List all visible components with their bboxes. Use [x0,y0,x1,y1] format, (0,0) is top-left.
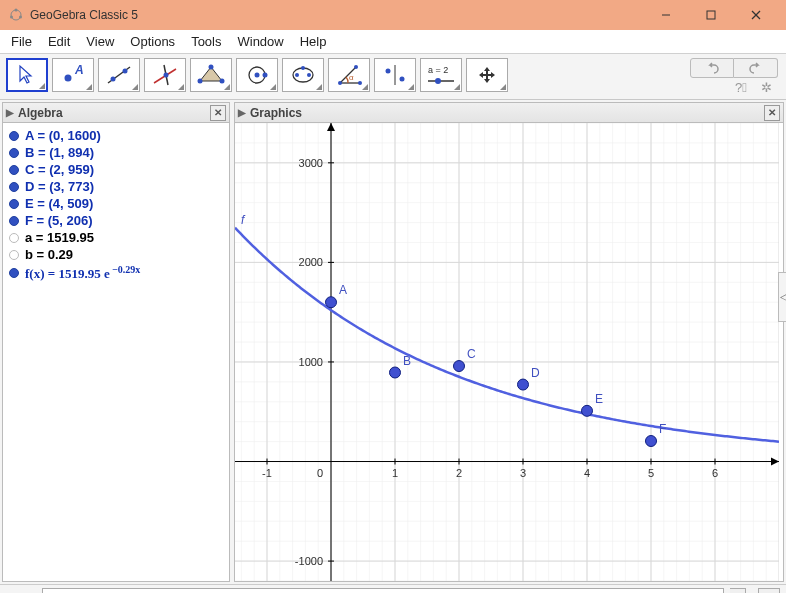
input-help-icon[interactable]: ? [758,588,780,594]
algebra-item-B[interactable]: B = (1, 894) [9,144,223,161]
function-bullet-icon [9,268,19,278]
svg-text:6: 6 [712,467,718,479]
svg-text:1000: 1000 [299,356,323,368]
chart-canvas[interactable]: -1123456-10001000200030000fABCDEF [235,123,779,581]
redo-button[interactable] [734,58,778,78]
menu-tools[interactable]: Tools [184,31,228,52]
svg-text:2000: 2000 [299,256,323,268]
point-bullet-icon [9,165,19,175]
menu-view[interactable]: View [79,31,121,52]
undo-button[interactable] [690,58,734,78]
perpendicular-tool[interactable] [144,58,186,92]
graphics-view[interactable]: -1123456-10001000200030000fABCDEF [235,123,783,581]
chevron-right-icon: ▶ [6,107,14,118]
svg-point-25 [307,73,311,77]
point-bullet-icon [9,216,19,226]
algebra-item-E[interactable]: E = (4, 509) [9,195,223,212]
toolbar: A α a = 2 ?⃝ [0,54,786,100]
algebra-item-F[interactable]: F = (5, 206) [9,212,223,229]
menu-help[interactable]: Help [293,31,334,52]
slider-tool[interactable]: a = 2 [420,58,462,92]
svg-text:C: C [467,347,476,361]
svg-text:α: α [349,73,354,82]
menu-edit[interactable]: Edit [41,31,77,52]
svg-point-34 [386,69,391,74]
svg-point-38 [435,78,441,84]
svg-point-21 [255,73,260,78]
input-bar: Input: ▾ ? [0,584,786,593]
close-button[interactable] [733,0,778,30]
graphics-panel-header[interactable]: ▶ Graphics ✕ [235,103,783,123]
svg-point-35 [400,77,405,82]
line-tool[interactable] [98,58,140,92]
svg-point-15 [164,73,169,78]
svg-text:a = 2: a = 2 [428,65,448,75]
algebra-item-C[interactable]: C = (2, 959) [9,161,223,178]
point-bullet-icon [9,131,19,141]
svg-text:f: f [241,213,246,227]
svg-text:5: 5 [648,467,654,479]
graphics-panel-title: Graphics [250,106,302,120]
svg-text:D: D [531,366,540,380]
svg-point-18 [220,79,225,84]
svg-marker-121 [771,458,779,466]
algebra-close-icon[interactable]: ✕ [210,105,226,121]
side-tab[interactable]: ◁ [778,272,786,322]
svg-point-147 [326,297,337,308]
algebra-item-b[interactable]: b = 0.29 [9,246,223,263]
svg-point-30 [338,81,342,85]
menu-options[interactable]: Options [123,31,182,52]
svg-point-153 [518,379,529,390]
svg-point-12 [123,69,128,74]
algebra-panel-title: Algebra [18,106,63,120]
svg-text:A: A [339,283,347,297]
circle-tool[interactable] [236,58,278,92]
svg-text:B: B [403,354,411,368]
svg-point-157 [646,436,657,447]
algebra-item-D[interactable]: D = (3, 773) [9,178,223,195]
point-tool[interactable]: A [52,58,94,92]
algebra-item-A[interactable]: A = (0, 1600) [9,127,223,144]
graphics-close-icon[interactable]: ✕ [764,105,780,121]
input-dropdown[interactable]: ▾ [730,588,746,594]
title-bar: GeoGebra Classic 5 [0,0,786,30]
svg-point-24 [295,73,299,77]
svg-text:-1000: -1000 [295,555,323,567]
svg-marker-122 [327,123,335,131]
settings-icon[interactable]: ✲ [761,80,772,95]
svg-text:1: 1 [392,467,398,479]
menu-window[interactable]: Window [230,31,290,52]
svg-text:-1: -1 [262,467,272,479]
reflect-tool[interactable] [374,58,416,92]
help-icon[interactable]: ?⃝ [735,80,747,95]
svg-text:0: 0 [317,467,323,479]
move-tool[interactable] [6,58,48,92]
input-field[interactable] [42,588,724,594]
svg-text:A: A [74,63,84,77]
svg-text:3000: 3000 [299,157,323,169]
algebra-item-a[interactable]: a = 1519.95 [9,229,223,246]
graphics-panel: ▶ Graphics ✕ -1123456-10001000200030000f… [234,102,784,582]
svg-point-149 [390,367,401,378]
svg-point-22 [263,73,268,78]
svg-point-151 [454,361,465,372]
minimize-button[interactable] [643,0,688,30]
value-bullet-icon [9,233,19,243]
svg-text:4: 4 [584,467,590,479]
angle-tool[interactable]: α [328,58,370,92]
svg-point-31 [354,65,358,69]
svg-point-8 [65,75,72,82]
svg-text:F: F [659,422,666,436]
algebra-panel-header[interactable]: ▶ Algebra ✕ [3,103,229,123]
svg-point-3 [19,16,22,19]
move-view-tool[interactable] [466,58,508,92]
polygon-tool[interactable] [190,58,232,92]
ellipse-tool[interactable] [282,58,324,92]
value-bullet-icon [9,250,19,260]
maximize-button[interactable] [688,0,733,30]
menu-file[interactable]: File [4,31,39,52]
app-icon [8,7,24,23]
point-bullet-icon [9,182,19,192]
algebra-item-f[interactable]: f(x) = 1519.95 e −0.29x [9,263,223,283]
svg-point-19 [198,79,203,84]
